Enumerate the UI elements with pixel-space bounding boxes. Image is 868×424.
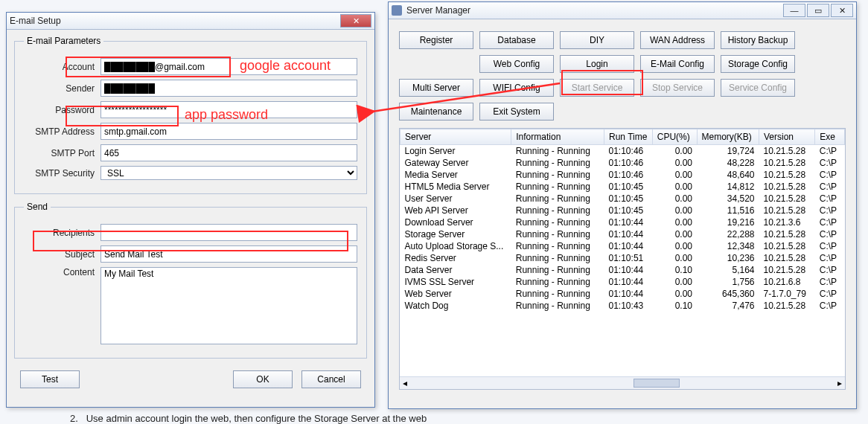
table-row[interactable]: Redis ServerRunning - Running01:10:510.0…: [401, 252, 845, 264]
smtp-port-input[interactable]: [100, 144, 357, 161]
table-row[interactable]: Data ServerRunning - Running01:10:440.10…: [401, 264, 845, 276]
send-group: Send Recipients Subject Content My Mail …: [14, 202, 367, 359]
ok-button[interactable]: OK: [233, 370, 293, 388]
window-title: E-mail Setup: [10, 16, 61, 26]
cancel-button[interactable]: Cancel: [301, 370, 361, 388]
table-header[interactable]: Server: [401, 129, 511, 145]
table-header[interactable]: Run Time: [604, 129, 653, 145]
scrollbar-thumb[interactable]: [634, 379, 680, 388]
servers-table-container: ServerInformationRun TimeCPU(%)Memory(KB…: [399, 128, 846, 390]
password-input[interactable]: [100, 101, 357, 118]
table-row[interactable]: Download ServerRunning - Running01:10:44…: [401, 216, 845, 228]
email-parameters-group: E-mail Parameters Account Sender Passwor…: [14, 36, 367, 194]
server-manager-window: Server Manager — ▭ ✕ Register Database D…: [388, 1, 857, 409]
wan-address-button[interactable]: WAN Address: [640, 31, 715, 49]
smtp-security-label: SMTP Security: [24, 168, 100, 179]
sender-label: Sender: [24, 83, 100, 94]
smtp-address-input[interactable]: [100, 123, 357, 140]
close-icon[interactable]: ✕: [340, 14, 371, 28]
recipients-input[interactable]: [100, 224, 357, 241]
storage-config-button[interactable]: Storage Config: [721, 55, 795, 73]
table-header[interactable]: Exe: [815, 129, 845, 145]
content-textarea[interactable]: My Mail Test: [100, 267, 357, 344]
account-input[interactable]: [100, 58, 357, 75]
password-label: Password: [24, 105, 100, 115]
sender-input[interactable]: [100, 80, 357, 97]
servers-table[interactable]: ServerInformationRun TimeCPU(%)Memory(KB…: [400, 129, 845, 312]
smtp-address-label: SMTP Address: [24, 126, 100, 137]
table-header[interactable]: Version: [759, 129, 814, 145]
table-row[interactable]: Watch DogRunning - Running01:10:430.107,…: [401, 300, 845, 312]
table-row[interactable]: Storage ServerRunning - Running01:10:440…: [401, 228, 845, 240]
close-icon[interactable]: ✕: [831, 4, 853, 17]
subject-label: Subject: [24, 249, 100, 260]
exit-system-button[interactable]: Exit System: [479, 103, 554, 121]
group-legend: Send: [24, 202, 51, 212]
wifi-config-button[interactable]: WIFI Config: [479, 79, 554, 97]
table-header[interactable]: CPU(%): [652, 129, 697, 145]
table-row[interactable]: Auto Upload Storage S...Running - Runnin…: [401, 240, 845, 252]
subject-input[interactable]: [100, 245, 357, 263]
database-button[interactable]: Database: [479, 31, 554, 49]
window-title: Server Manager: [406, 5, 470, 16]
table-header[interactable]: Information: [511, 129, 604, 145]
table-header[interactable]: Memory(KB): [697, 129, 759, 145]
test-button[interactable]: Test: [20, 370, 80, 388]
stop-service-button[interactable]: Stop Service: [640, 79, 715, 97]
register-button[interactable]: Register: [399, 31, 473, 49]
horizontal-scrollbar[interactable]: ◂ ▸: [400, 376, 845, 389]
server-manager-toolbar: Register Database DIY WAN Address Histor…: [399, 28, 846, 128]
maximize-icon[interactable]: ▭: [807, 4, 829, 17]
smtp-port-label: SMTP Port: [24, 148, 100, 158]
maintenance-button[interactable]: Maintenance: [399, 103, 473, 121]
table-row[interactable]: IVMS SSL ServerRunning - Running01:10:44…: [401, 276, 845, 288]
web-config-button[interactable]: Web Config: [479, 55, 554, 73]
table-row[interactable]: Login ServerRunning - Running01:10:460.0…: [401, 145, 845, 158]
table-row[interactable]: Web ServerRunning - Running01:10:440.006…: [401, 288, 845, 300]
app-icon: [392, 5, 402, 16]
table-row[interactable]: Gateway ServerRunning - Running01:10:460…: [401, 157, 845, 169]
table-row[interactable]: Web API ServerRunning - Running01:10:450…: [401, 205, 845, 216]
minimize-icon[interactable]: —: [783, 4, 805, 17]
table-row[interactable]: Media ServerRunning - Running01:10:460.0…: [401, 169, 845, 181]
start-service-button[interactable]: Start Service: [560, 79, 634, 97]
email-setup-titlebar[interactable]: E-mail Setup ✕: [7, 13, 374, 30]
service-config-button[interactable]: Service Config: [721, 79, 795, 97]
smtp-security-select[interactable]: SSL: [100, 166, 357, 180]
email-config-button[interactable]: E-Mail Config: [640, 55, 715, 73]
diy-button[interactable]: DIY: [560, 31, 634, 49]
table-row[interactable]: User ServerRunning - Running01:10:450.00…: [401, 193, 845, 205]
group-legend: E-mail Parameters: [24, 36, 103, 46]
below-note: 2. Use admin account login the web, then…: [70, 413, 427, 424]
history-backup-button[interactable]: History Backup: [721, 31, 795, 49]
recipients-label: Recipients: [24, 228, 100, 238]
content-label: Content: [24, 267, 100, 277]
email-setup-dialog: E-mail Setup ✕ E-mail Parameters Account…: [6, 12, 375, 408]
table-row[interactable]: HTML5 Media ServerRunning - Running01:10…: [401, 181, 845, 193]
login-button[interactable]: Login: [560, 55, 634, 73]
server-manager-titlebar[interactable]: Server Manager — ▭ ✕: [389, 2, 856, 19]
account-label: Account: [24, 62, 100, 72]
multi-server-button[interactable]: Multi Server: [399, 79, 473, 97]
